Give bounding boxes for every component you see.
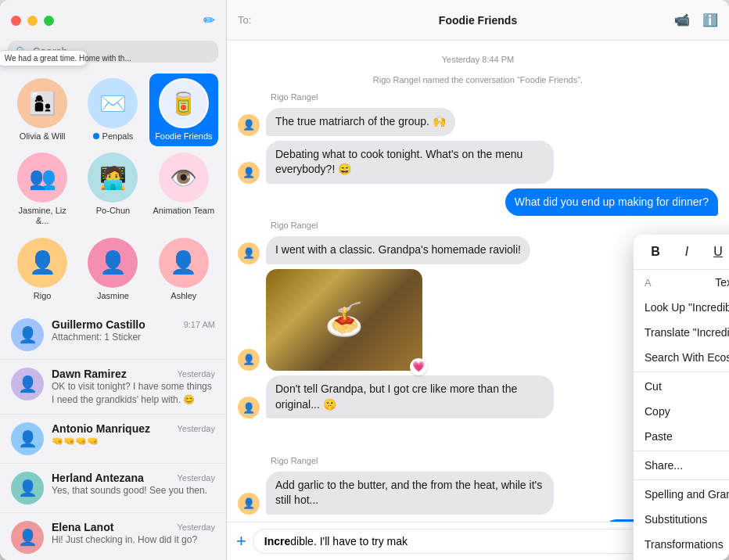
paste-item[interactable]: Paste — [634, 424, 729, 449]
bubble-msg3: What did you end up making for dinner? — [505, 188, 718, 217]
conv-info-guillermo: Guillermo Castillo 9:17 AM Attachment: 1… — [52, 318, 215, 344]
conv-name-herland: Herland Antezana — [52, 472, 144, 484]
avatar-item-jasmine[interactable]: 👤 Jasmine — [78, 233, 147, 306]
translate-item[interactable]: Translate "Incredible. I'll have to try.… — [634, 320, 729, 345]
bubble-msg1: The true matriarch of the group. 🙌 — [266, 108, 455, 136]
separator-3 — [634, 479, 729, 480]
context-menu: B I U S A Text Effects › Big Small Shake… — [634, 235, 729, 560]
chat-actions: 📹 ℹ️ — [674, 13, 718, 27]
avatar-olivia-will: 👩‍👦 — [17, 78, 67, 128]
conv-info-dawn: Dawn Ramirez Yesterday OK to visit tonig… — [52, 368, 215, 407]
chat-to-label: To: — [238, 14, 251, 26]
msg-row-1: 👤 The true matriarch of the group. 🙌 — [238, 108, 718, 136]
text-effects-icon: A — [645, 277, 652, 289]
conv-time-guillermo: 9:17 AM — [184, 320, 215, 329]
fullscreen-button[interactable] — [44, 16, 54, 26]
share-item[interactable]: Share... — [634, 453, 729, 478]
messages-window: ✏ 🔍 We had a great time. Home with th...… — [0, 0, 729, 560]
cut-item[interactable]: Cut — [634, 374, 729, 399]
avatar-label-ashley: Ashley — [171, 291, 196, 301]
conv-time-dawn: Yesterday — [177, 369, 215, 379]
avatar-item-animation-team[interactable]: 👁️ Animation Team — [149, 148, 218, 231]
underline-format-button[interactable]: U — [707, 241, 729, 263]
text-effects-label: Text Effects — [715, 276, 729, 289]
avatar-label-olivia-will: Olivia & Will — [20, 131, 66, 142]
search-ecosia-label: Search With Ecosia — [645, 351, 729, 364]
conv-preview-antonio: 🤜🤜🤜🤜 — [52, 435, 215, 448]
avatar-po-chun: 🧑‍💻 — [88, 153, 138, 203]
avatar-jasmine-liz: 👥 — [17, 153, 67, 203]
avatar-item-rigo[interactable]: 👤 Rigo — [8, 233, 77, 306]
tooltip-olivia-will: We had a great time. Home with th... — [0, 50, 88, 66]
look-up-item[interactable]: Look Up "Incredible. I'll have to try...… — [634, 295, 729, 320]
conversation-list: 👤 Guillermo Castillo 9:17 AM Attachment:… — [0, 311, 226, 560]
text-effects-item[interactable]: A Text Effects › Big Small Shake Nod Exp… — [634, 270, 729, 295]
transformations-item[interactable]: Transformations › — [634, 532, 729, 557]
copy-item[interactable]: Copy — [634, 399, 729, 424]
avatar-item-olivia-will[interactable]: We had a great time. Home with th... 👩‍👦… — [8, 74, 77, 146]
chat-input-field[interactable]: Incredible. I'll have to try mak — [253, 529, 694, 554]
conv-name-dawn: Dawn Ramirez — [52, 368, 127, 380]
substitutions-label: Substitutions — [645, 513, 707, 526]
bold-format-button[interactable]: B — [645, 241, 666, 263]
avatar-label-po-chun: Po-Chun — [96, 206, 130, 216]
look-up-label: Look Up "Incredible. I'll have to try...… — [645, 301, 729, 314]
traffic-lights — [11, 16, 54, 26]
separator-1 — [634, 372, 729, 372]
msg-avatar-rigo5: 👤 — [238, 397, 260, 418]
input-regular-text: dible. I'll have to try mak — [290, 535, 408, 547]
food-photo — [266, 269, 422, 371]
msg-avatar-rigo6: 👤 — [238, 493, 260, 515]
conv-item-dawn[interactable]: 👤 Dawn Ramirez Yesterday OK to visit ton… — [0, 360, 226, 415]
video-call-icon[interactable]: 📹 — [674, 13, 690, 27]
copy-label: Copy — [645, 405, 670, 418]
bubble-msg4: I went with a classic. Grandpa's homemad… — [266, 236, 530, 264]
chat-group-name: Foodie Friends — [439, 14, 517, 27]
system-message: Rigo Rangel named the conversation "Food… — [238, 75, 718, 84]
conv-avatar-dawn: 👤 — [11, 368, 44, 400]
avatar-item-penpals[interactable]: ✉️ Penpals — [78, 74, 147, 146]
avatar-label-jasmine-liz: Jasmine, Liz &... — [11, 206, 74, 226]
unread-dot — [93, 133, 99, 139]
conv-info-antonio: Antonio Manriquez Yesterday 🤜🤜🤜🤜 — [52, 422, 215, 448]
close-button[interactable] — [11, 16, 21, 26]
transformations-label: Transformations — [645, 538, 724, 551]
speech-item[interactable]: Speech › — [634, 557, 729, 560]
avatar-item-po-chun[interactable]: 🧑‍💻 Po-Chun — [78, 148, 147, 231]
add-attachment-button[interactable]: + — [236, 531, 246, 551]
titlebar: ✏ — [0, 0, 226, 41]
conv-time-herland: Yesterday — [177, 473, 215, 483]
msg-row-3: What did you end up making for dinner? — [238, 188, 718, 217]
food-image-container: 💗 — [266, 269, 422, 371]
conv-name-antonio: Antonio Manriquez — [52, 422, 150, 435]
translate-label: Translate "Incredible. I'll have to try.… — [645, 326, 729, 339]
avatar-label-animation-team: Animation Team — [153, 206, 214, 216]
heart-reaction: 💗 — [410, 358, 427, 375]
conv-item-antonio[interactable]: 👤 Antonio Manriquez Yesterday 🤜🤜🤜🤜 — [0, 415, 226, 464]
search-ecosia-item[interactable]: Search With Ecosia — [634, 345, 729, 370]
avatar-item-ashley[interactable]: 👤 Ashley — [149, 233, 218, 306]
msg-avatar-rigo3: 👤 — [238, 242, 260, 264]
substitutions-item[interactable]: Substitutions › — [634, 507, 729, 532]
italic-format-button[interactable]: I — [676, 241, 698, 263]
avatar-item-foodie-friends[interactable]: 🥫 Foodie Friends — [149, 74, 218, 146]
avatar-penpals: ✉️ — [88, 78, 138, 128]
separator-2 — [634, 451, 729, 451]
compose-button[interactable]: ✏ — [203, 12, 215, 29]
conv-time-elena: Yesterday — [177, 522, 215, 532]
minimize-button[interactable] — [27, 16, 38, 26]
conv-preview-herland: Yes, that sounds good! See you then. — [52, 484, 215, 497]
conv-item-guillermo[interactable]: 👤 Guillermo Castillo 9:17 AM Attachment:… — [0, 311, 226, 360]
chat-header: To: Foodie Friends 📹 ℹ️ — [227, 0, 729, 41]
avatar-label-jasmine: Jasmine — [97, 291, 129, 301]
spelling-grammar-item[interactable]: Spelling and Grammar › — [634, 482, 729, 507]
avatar-item-jasmine-liz[interactable]: 👥 Jasmine, Liz &... — [8, 148, 77, 231]
conv-avatar-guillermo: 👤 — [11, 318, 44, 351]
conv-item-herland[interactable]: 👤 Herland Antezana Yesterday Yes, that s… — [0, 464, 226, 513]
sender-name-msg1: Rigo Rangel — [271, 92, 718, 102]
formatting-toolbar: B I U S — [634, 235, 729, 270]
conv-item-elena[interactable]: 👤 Elena Lanot Yesterday Hi! Just checkin… — [0, 513, 226, 560]
info-icon[interactable]: ℹ️ — [702, 13, 718, 27]
cut-label: Cut — [645, 380, 662, 393]
spelling-grammar-label: Spelling and Grammar — [645, 488, 729, 501]
